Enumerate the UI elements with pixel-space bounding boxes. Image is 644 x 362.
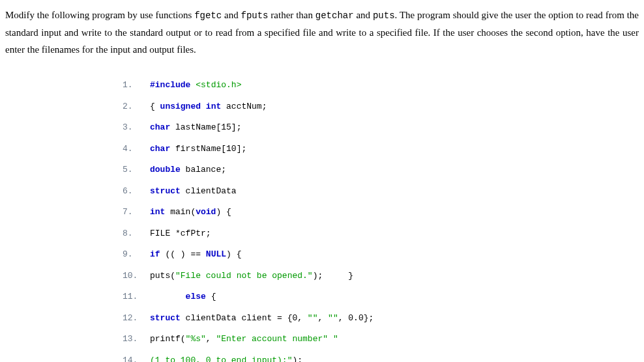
code-content: { unsigned int acctNum;	[150, 102, 267, 112]
line-number: 11.	[123, 292, 150, 302]
prompt-text: and	[354, 10, 373, 20]
prompt-text: rather than	[269, 10, 315, 20]
code-line: 1.#include <stdio.h>	[123, 80, 639, 90]
code-line: 3.char lastName[15];	[123, 122, 639, 133]
code-line: 8.FILE *cfPtr;	[123, 229, 639, 239]
line-number: 14.	[123, 355, 150, 362]
line-number: 8.	[123, 229, 150, 239]
code-content: puts("File could not be opened."); }	[150, 271, 353, 281]
code-content: char lastName[15];	[150, 122, 241, 133]
code-line: 6.struct clientData	[123, 186, 639, 197]
code-content: (1 to 100, 0 to end input):");	[150, 355, 302, 362]
code-line: 4.char firstName[10];	[123, 144, 639, 154]
code-line: 10.puts("File could not be opened."); }	[123, 271, 639, 281]
prompt-text: Modify the following program by use func…	[5, 10, 194, 20]
code-content: char firstName[10];	[150, 144, 246, 154]
code-listing: 1.#include <stdio.h> 2.{ unsigned int ac…	[123, 70, 639, 362]
code-line: 11. else {	[123, 292, 639, 302]
code-line: 5.double balance;	[123, 165, 639, 175]
code-line: 12.struct clientData client = {0, "", ""…	[123, 313, 639, 324]
line-number: 4.	[123, 144, 150, 154]
code-content: struct clientData	[150, 186, 237, 197]
prompt-text: and	[222, 10, 241, 20]
code-line: 14.(1 to 100, 0 to end input):");	[123, 355, 639, 362]
code-content: printf("%s", "Enter account number" "	[150, 334, 338, 344]
code-content: if (( ) == NULL) {	[150, 249, 241, 260]
code-content: struct clientData client = {0, "", "", 0…	[150, 313, 373, 324]
code-content: int main(void) {	[150, 207, 231, 217]
code-fgetc: fgetc	[194, 10, 222, 21]
code-puts: puts	[373, 10, 395, 21]
code-line: 13.printf("%s", "Enter account number" "	[123, 334, 639, 344]
code-fputs: fputs	[241, 10, 268, 21]
line-number: 10.	[123, 271, 150, 281]
exercise-prompt: Modify the following program by use func…	[5, 7, 639, 58]
line-number: 6.	[123, 186, 150, 197]
code-content: FILE *cfPtr;	[150, 229, 211, 239]
line-number: 5.	[123, 165, 150, 175]
line-number: 1.	[123, 80, 150, 90]
line-number: 9.	[123, 249, 150, 260]
code-content: else {	[150, 292, 216, 302]
line-number: 7.	[123, 207, 150, 217]
code-content: #include <stdio.h>	[150, 80, 241, 90]
line-number: 3.	[123, 122, 150, 133]
code-getchar: getchar	[315, 10, 354, 21]
code-line: 2.{ unsigned int acctNum;	[123, 102, 639, 112]
code-line: 9.if (( ) == NULL) {	[123, 249, 639, 260]
line-number: 2.	[123, 102, 150, 112]
code-content: double balance;	[150, 165, 226, 175]
line-number: 12.	[123, 313, 150, 324]
line-number: 13.	[123, 334, 150, 344]
code-line: 7.int main(void) {	[123, 207, 639, 217]
